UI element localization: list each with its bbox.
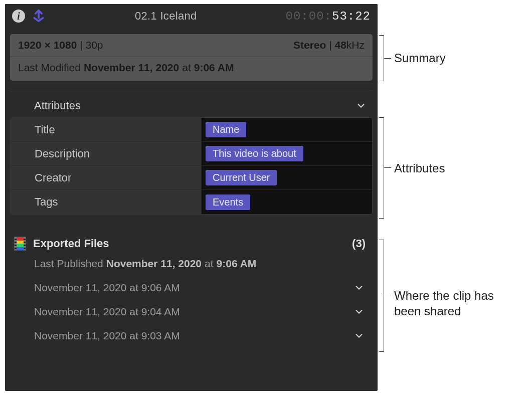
clip-title: 02.1 Iceland: [46, 10, 286, 23]
film-strip-icon: [14, 237, 26, 251]
attributes-table: Title Name Description This video is abo…: [10, 117, 373, 215]
summary-resolution: 1920 × 1080 | 30p: [18, 39, 103, 51]
summary-box: 1920 × 1080 | 30p Stereo | 48kHz Last Mo…: [10, 34, 373, 81]
attr-token[interactable]: This video is about: [206, 146, 303, 161]
attr-row-creator: Creator Current User: [11, 166, 372, 190]
inspector-header: i 02.1 Iceland 00:00:53:22: [5, 4, 378, 28]
exported-file-date: November 11, 2020 at 9:03 AM: [34, 330, 180, 342]
callout-tick: [384, 167, 391, 168]
callout-bracket: [379, 35, 384, 81]
audio-sep: |: [326, 39, 334, 51]
exported-file-row[interactable]: November 11, 2020 at 9:03 AM: [34, 330, 366, 342]
callout-summary: Summary: [394, 50, 446, 66]
fps-value: 30p: [86, 39, 103, 51]
chevron-down-icon[interactable]: [357, 101, 366, 110]
last-modified-label: Last Modified: [18, 62, 81, 74]
attr-row-tags: Tags Events: [11, 190, 372, 214]
last-published-date: November 11, 2020: [106, 258, 202, 270]
attr-label: Tags: [11, 195, 201, 209]
share-arrow-icon[interactable]: [31, 9, 46, 24]
attr-value-field[interactable]: Current User: [201, 166, 372, 189]
info-icon[interactable]: i: [12, 10, 25, 23]
resolution-value: 1920 × 1080: [18, 39, 77, 51]
timecode-bright: 53:22: [332, 10, 371, 23]
attr-label: Title: [11, 123, 201, 136]
attr-token[interactable]: Current User: [206, 170, 277, 185]
callout-bracket: [379, 117, 384, 219]
attributes-header[interactable]: Attributes: [5, 92, 378, 117]
chevron-down-icon[interactable]: [354, 283, 364, 292]
exported-files-label: Exported Files: [33, 237, 109, 250]
audio-rate-val: 48: [334, 39, 346, 51]
callout-attributes: Attributes: [394, 160, 445, 176]
summary-row-modified: Last Modified November 11, 2020 at 9:06 …: [10, 57, 373, 81]
resolution-sep: |: [77, 39, 85, 51]
callout-shared: Where the clip has been shared: [394, 288, 519, 319]
summary-section: 1920 × 1080 | 30p Stereo | 48kHz Last Mo…: [5, 28, 378, 81]
callout-tick: [384, 58, 391, 59]
exported-files-header[interactable]: Exported Files (3): [34, 237, 366, 251]
attr-value-field[interactable]: Events: [201, 190, 372, 214]
share-inspector: i 02.1 Iceland 00:00:53:22 1920 × 1080 |…: [5, 4, 378, 391]
summary-row-format: 1920 × 1080 | 30p Stereo | 48kHz: [10, 34, 373, 57]
exported-file-date: November 11, 2020 at 9:04 AM: [34, 306, 180, 318]
summary-audio: Stereo | 48kHz: [293, 39, 365, 51]
chevron-down-icon[interactable]: [354, 307, 364, 316]
last-published-time: 9:06 AM: [217, 258, 257, 270]
exported-files-section: Exported Files (3) Last Published Novemb…: [5, 215, 378, 342]
attr-value-field[interactable]: This video is about: [201, 142, 372, 165]
attr-token[interactable]: Events: [206, 194, 250, 210]
callout-tick: [384, 296, 391, 296]
callout-bracket: [379, 240, 384, 352]
exported-file-row[interactable]: November 11, 2020 at 9:06 AM: [34, 282, 366, 294]
audio-rate-unit: kHz: [346, 39, 365, 51]
last-modified-at: at: [182, 62, 191, 74]
timecode: 00:00:53:22: [286, 10, 371, 23]
last-modified-time: 9:06 AM: [194, 62, 234, 74]
attr-row-title: Title Name: [11, 118, 372, 142]
chevron-down-icon[interactable]: [354, 331, 364, 340]
last-published-at: at: [205, 258, 214, 270]
audio-mode: Stereo: [293, 39, 326, 51]
exported-file-date: November 11, 2020 at 9:06 AM: [34, 282, 180, 294]
timecode-dim: 00:00:: [286, 10, 332, 23]
attr-value-field[interactable]: Name: [201, 118, 372, 141]
attr-row-description: Description This video is about: [11, 142, 372, 166]
attr-label: Description: [11, 147, 201, 160]
exported-file-row[interactable]: November 11, 2020 at 9:04 AM: [34, 306, 366, 318]
last-published-row: Last Published November 11, 2020 at 9:06…: [34, 258, 366, 270]
attr-label: Creator: [11, 171, 201, 184]
exported-files-count: (3): [352, 237, 366, 250]
attributes-label: Attributes: [34, 99, 81, 112]
attr-token[interactable]: Name: [206, 122, 246, 137]
last-modified-date: November 11, 2020: [84, 62, 179, 74]
last-published-label: Last Published: [34, 258, 103, 270]
